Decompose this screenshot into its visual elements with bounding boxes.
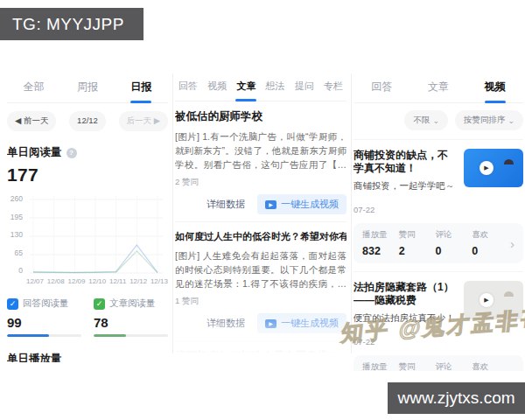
panel-divider	[172, 74, 173, 354]
tab-videos[interactable]: 视频	[206, 74, 228, 101]
filter-bar: 不限 ⌄ 按赞同排序 ⌄	[354, 103, 523, 140]
video-date: 07-22	[354, 205, 457, 214]
tab-daily[interactable]: 日报	[129, 74, 153, 102]
tab-columns[interactable]: 专栏	[322, 74, 345, 101]
video-thumbnail[interactable]: ▶	[464, 281, 523, 319]
tab-ideas[interactable]: 想法	[264, 74, 287, 101]
article-item[interactable]: 如何度过人生中的低谷时光？希望对你有帮助 [图片] 人生难免会有起起落落，面对起…	[175, 222, 346, 341]
upvote-count: 1 赞同	[175, 296, 346, 307]
chart-plot-area	[26, 194, 163, 275]
video-thumbnail[interactable]: ▶	[464, 149, 523, 187]
next-day-button[interactable]: 后一天 ▶	[119, 111, 168, 131]
daily-reads-label: 单日阅读量	[7, 145, 62, 160]
chevron-right-icon[interactable]: ›	[508, 369, 516, 372]
screenshot-root: TG: MYYJJPP www.zjytxs.com 全部 周报 日报 ◀ 前一…	[0, 0, 525, 420]
daily-plays-label: 单日播放量	[7, 352, 62, 362]
current-date-pill[interactable]: 12/12	[69, 111, 106, 131]
prev-day-button[interactable]: ◀ 前一天	[7, 111, 56, 131]
stat-value: 2	[399, 245, 436, 257]
generate-video-label: 一键生成视频	[281, 317, 339, 330]
chevron-right-icon[interactable]: ›	[508, 237, 516, 250]
chart-x-axis: 12/0712/0812/0912/1012/1112/1212/13	[26, 277, 168, 285]
stat-label: 喜欢	[472, 229, 508, 241]
legend-label: 回答阅读量	[23, 298, 69, 310]
stat-label: 评论	[436, 229, 472, 241]
play-icon: ▶	[480, 293, 494, 307]
chart-legend: ✓ 回答阅读量 99 ✓ 文章阅读量 78	[7, 298, 168, 337]
filter-label: 不限	[413, 115, 430, 126]
video-subtitle: 便宜的法拍房坑真不少！	[354, 312, 457, 325]
y-tick-label: 130	[7, 230, 23, 239]
y-tick-label: 195	[7, 213, 23, 221]
legend-value: 78	[94, 315, 168, 330]
analytics-panel: 全部 周报 日报 ◀ 前一天 12/12 后一天 ▶ 单日阅读量 ? 177 0…	[7, 74, 168, 362]
play-icon: ▶	[480, 161, 494, 175]
stat-value: 832	[362, 245, 399, 257]
detail-data-button[interactable]: 详细数据	[206, 317, 245, 330]
article-item[interactable]: 线下门店如何打造会员专属身份？ [图片] 过去，打造会员专属身份，我们依赖于【会…	[175, 341, 346, 371]
stat-label: 播放量	[362, 361, 399, 371]
report-period-tabs: 全部 周报 日报	[7, 74, 168, 103]
tab-articles[interactable]: 文章	[426, 74, 451, 102]
detail-data-button[interactable]: 详细数据	[206, 198, 245, 211]
video-subtitle: 商铺投资，一起学学吧～	[354, 180, 457, 192]
video-item[interactable]: 法拍房隐藏套路（1）——隐藏税费 便宜的法拍房坑真不少！ 07-22 ▶ 播放量…	[354, 272, 523, 371]
tab-all[interactable]: 全部	[22, 74, 46, 102]
progress-track	[7, 334, 81, 337]
daily-reads-value: 177	[7, 164, 168, 186]
upvote-count: 2 赞同	[175, 177, 346, 188]
chevron-down-icon: ⌄	[432, 116, 439, 125]
legend-article-reads: ✓ 文章阅读量 78	[94, 298, 168, 337]
panel-divider	[351, 74, 352, 354]
x-tick-label: 12/08	[47, 277, 65, 285]
info-icon[interactable]: ?	[66, 148, 77, 158]
avatar	[504, 161, 520, 187]
checkbox-checked-icon[interactable]: ✓	[94, 298, 105, 310]
article-title[interactable]: 如何度过人生中的低谷时光？希望对你有帮助	[175, 230, 346, 243]
article-title[interactable]: 被低估的厨师学校	[175, 109, 346, 124]
video-stats-row[interactable]: 播放量832 赞同2 评论0 喜欢0 ›	[354, 223, 523, 263]
generate-video-button[interactable]: ▶ 一键生成视频	[257, 313, 346, 333]
progress-track	[94, 334, 168, 337]
video-date: 07-22	[354, 337, 457, 346]
article-excerpt: [图片] 过去，打造会员专属身份，我们依赖于【会员卡】这个载体。但是，会员卡过于…	[175, 369, 346, 371]
x-tick-label: 12/13	[150, 277, 168, 285]
tab-answers[interactable]: 回答	[369, 74, 394, 102]
stat-label: 喜欢	[472, 361, 508, 371]
video-item[interactable]: 商铺投资的缺点，不学真不知道！ 商铺投资，一起学学吧～ 07-22 ▶ 播放量8…	[354, 140, 523, 272]
filter-unlimited-dropdown[interactable]: 不限 ⌄	[404, 110, 448, 130]
video-title[interactable]: 商铺投资的缺点，不学真不知道！	[354, 149, 457, 175]
chart-y-axis: 065130195260	[7, 194, 26, 275]
stat-label: 赞同	[399, 361, 436, 371]
article-title[interactable]: 线下门店如何打造会员专属身份？	[175, 349, 346, 364]
tab-articles[interactable]: 文章	[234, 74, 257, 101]
checkbox-checked-icon[interactable]: ✓	[7, 298, 18, 310]
legend-answer-reads: ✓ 回答阅读量 99	[7, 298, 81, 337]
content-type-tabs: 回答 视频 文章 想法 提问 专栏	[175, 74, 346, 102]
tab-questions[interactable]: 提问	[293, 74, 316, 101]
tab-videos[interactable]: 视频	[483, 74, 508, 102]
sort-by-upvotes-dropdown[interactable]: 按赞同排序 ⌄	[455, 110, 523, 130]
video-title[interactable]: 法拍房隐藏套路（1）——隐藏税费	[354, 281, 457, 307]
filter-label: 按赞同排序	[464, 115, 506, 126]
site-watermark-badge: www.zjytxs.com	[388, 382, 525, 414]
generate-video-button[interactable]: ▶ 一键生成视频	[257, 194, 346, 214]
x-tick-label: 12/09	[68, 277, 86, 285]
y-tick-label: 0	[7, 266, 23, 275]
x-tick-label: 12/07	[26, 277, 44, 285]
tg-badge: TG: MYYJJPP	[0, 8, 144, 40]
legend-value: 99	[7, 315, 81, 330]
legend-label: 文章阅读量	[109, 298, 156, 310]
date-navigation: ◀ 前一天 12/12 后一天 ▶	[7, 111, 168, 131]
videos-panel: 回答 文章 视频 不限 ⌄ 按赞同排序 ⌄ 商铺投资的缺点，不学真不知道！ 商铺…	[354, 74, 523, 371]
video-stats-row[interactable]: 播放量1,078 赞同2 评论0 喜欢1 ›	[354, 355, 523, 371]
x-tick-label: 12/12	[130, 277, 147, 285]
tab-answers[interactable]: 回答	[177, 74, 200, 101]
video-icon: ▶	[265, 200, 276, 209]
tab-weekly[interactable]: 周报	[75, 74, 100, 102]
video-icon: ▶	[265, 319, 276, 328]
content-type-tabs: 回答 文章 视频	[354, 74, 523, 103]
y-tick-label: 65	[7, 248, 23, 257]
reads-line-chart: 065130195260	[7, 194, 168, 275]
article-item[interactable]: 被低估的厨师学校 [图片] 1.有一个洗脑广告，叫做“学厨师，就到新东方”。没错…	[175, 102, 346, 222]
